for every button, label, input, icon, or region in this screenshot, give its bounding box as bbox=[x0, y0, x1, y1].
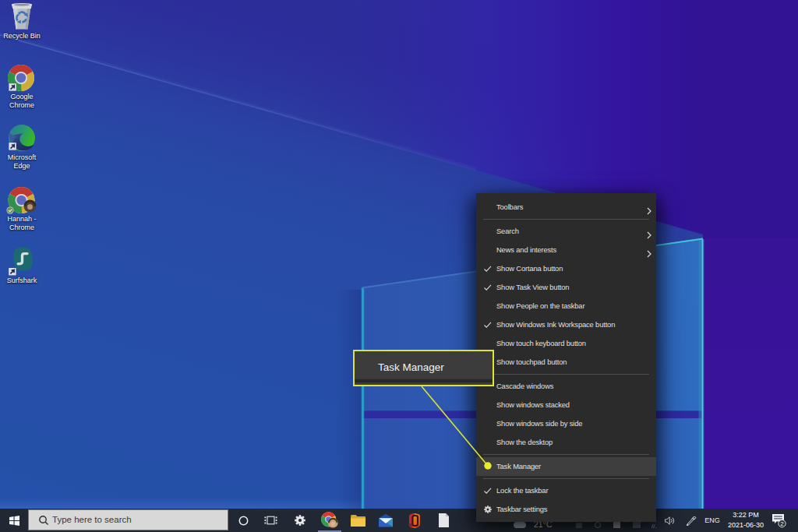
svg-text:2: 2 bbox=[780, 520, 784, 527]
